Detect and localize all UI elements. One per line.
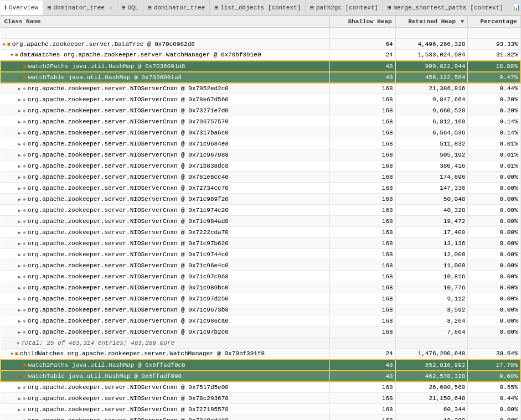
table-row[interactable]: ■watch2Paths java.util.HashMap @ 0x70360… xyxy=(1,61,520,72)
expand-icon[interactable] xyxy=(18,175,21,180)
table-row[interactable]: ◈org.apache.zookeeper.server.NIOServerCn… xyxy=(1,94,520,105)
table-row[interactable]: ◈org.apache.zookeeper.server.NIOServerCn… xyxy=(1,326,520,338)
filter-retained[interactable] xyxy=(395,28,468,39)
expand-icon[interactable] xyxy=(18,219,21,225)
expand-icon[interactable] xyxy=(18,396,21,402)
table-row[interactable]: ◈org.apache.zookeeper.server.NIOServerCn… xyxy=(1,149,520,160)
expand-icon[interactable] xyxy=(18,197,21,203)
expand-icon[interactable] xyxy=(18,241,21,247)
expand-icon[interactable] xyxy=(18,263,21,269)
expand-icon[interactable] xyxy=(18,164,21,169)
expand-icon[interactable] xyxy=(18,131,21,136)
cell-class-name: ◈org.apache.zookeeper.server.NIOServerCn… xyxy=(1,315,329,326)
table-row[interactable]: ◈org.apache.zookeeper.server.NIOServerCn… xyxy=(1,249,520,260)
expand-icon[interactable] xyxy=(19,64,22,70)
tab-p2gc-icon: ⊞ xyxy=(310,4,314,11)
col-header-retained-heap[interactable]: Retained Heap ▼ xyxy=(395,16,468,28)
tab-oql[interactable]: ⊞ OQL xyxy=(117,0,143,15)
col-header-percentage[interactable]: Percentage xyxy=(468,16,520,28)
cell-retained-heap: 10,816 xyxy=(395,271,468,282)
table-row[interactable]: ◈org.apache.zookeeper.server.NIOServerCn… xyxy=(1,160,520,172)
expand-icon[interactable] xyxy=(18,385,21,391)
table-row[interactable]: ◈org.apache.zookeeper.server.NIOServerCn… xyxy=(1,183,520,194)
table-row[interactable]: ◈org.apache.zookeeper.server.NIOServerCn… xyxy=(1,138,520,149)
expand-icon[interactable] xyxy=(18,86,21,92)
table-row[interactable]: ◈org.apache.zookeeper.server.NIOServerCn… xyxy=(1,415,520,421)
table-row[interactable]: ◈org.apache.zookeeper.server.NIOServerCn… xyxy=(1,83,520,94)
expand-icon[interactable] xyxy=(18,319,21,324)
tab-overview[interactable]: ℹ Overview xyxy=(0,1,43,15)
expand-icon[interactable] xyxy=(11,351,13,357)
tab-path2gc[interactable]: ⊞ path2gc [context] xyxy=(306,0,383,15)
table-row[interactable]: ■watchTable java.util.HashMap @ 0x6ffadf… xyxy=(1,371,520,382)
filter-pct[interactable] xyxy=(468,28,520,39)
col-header-class-name[interactable]: Class Name xyxy=(1,16,329,28)
table-row[interactable]: ■watch2Paths java.util.HashMap @ 0x6ffad… xyxy=(1,360,520,371)
expand-icon[interactable] xyxy=(18,108,21,114)
expand-icon[interactable] xyxy=(18,308,21,313)
expand-icon[interactable] xyxy=(18,297,21,302)
expand-icon[interactable] xyxy=(18,286,21,291)
expand-icon[interactable] xyxy=(18,407,21,413)
tab-overview-icon: ℹ xyxy=(4,4,7,11)
table-row[interactable]: ■childWatches org.apache.zookeeper.serve… xyxy=(1,349,520,360)
tab-hist-icon: 📊 xyxy=(513,4,520,11)
cell-retained-heap: 174,696 xyxy=(395,172,468,183)
ref-icon: ◈ xyxy=(23,230,26,236)
table-row[interactable]: ◈org.apache.zookeeper.server.NIOServerCn… xyxy=(1,382,520,393)
table-row[interactable]: ◈org.apache.zookeeper.server.NIOServerCn… xyxy=(1,282,520,293)
table-row[interactable]: ■dataWatches org.apache.zookeeper.server… xyxy=(1,50,520,61)
tab-dt1-close[interactable]: ✕ xyxy=(109,4,112,11)
main-table-container[interactable]: Class Name Shallow Heap Retained Heap ▼ … xyxy=(0,15,521,420)
table-row[interactable]: ◈org.apache.zookeeper.server.NIOServerCn… xyxy=(1,404,520,415)
table-row[interactable]: ◈org.apache.zookeeper.server.NIOServerCn… xyxy=(1,271,520,282)
expand-icon[interactable] xyxy=(18,153,21,158)
expand-icon[interactable] xyxy=(18,142,21,147)
expand-icon[interactable] xyxy=(18,418,21,421)
cell-retained-heap: 17,400 xyxy=(395,227,468,238)
table-row[interactable]: ✕Total: 25 of 463,314 entries; 463,289 m… xyxy=(1,338,520,349)
filter-shallow[interactable] xyxy=(329,28,395,39)
table-row[interactable]: ◈org.apache.zookeeper.server.NIOServerCn… xyxy=(1,393,520,404)
expand-icon[interactable] xyxy=(11,53,13,58)
table-row[interactable]: ◈org.apache.zookeeper.server.NIOServerCn… xyxy=(1,304,520,315)
table-row[interactable]: ◈org.apache.zookeeper.server.NIOServerCn… xyxy=(1,172,520,183)
expand-icon[interactable] xyxy=(18,230,21,236)
table-row[interactable]: ◈org.apache.zookeeper.server.NIOServerCn… xyxy=(1,238,520,249)
table-row[interactable]: ◈org.apache.zookeeper.server.NIOServerCn… xyxy=(1,205,520,216)
expand-icon[interactable] xyxy=(19,75,22,81)
expand-icon[interactable] xyxy=(19,363,22,369)
cell-percentage: 0.01% xyxy=(468,138,520,149)
expand-icon[interactable] xyxy=(18,97,21,103)
table-row[interactable]: ◈org.apache.zookeeper.server.NIOServerCn… xyxy=(1,227,520,238)
expand-icon[interactable] xyxy=(18,208,21,214)
tab-merge-shortest[interactable]: ⊞ merge_shortest_paths [context] xyxy=(383,0,508,15)
table-row[interactable]: ■org.apache.zookeeper.server.DataTree @ … xyxy=(1,39,520,50)
tab-histogram[interactable]: 📊 Histogram xyxy=(508,0,521,15)
cell-percentage: 0.44% xyxy=(468,83,520,94)
table-row[interactable]: ■watchTable java.util.HashMap @ 0x703609… xyxy=(1,72,520,83)
table-row[interactable]: ◈org.apache.zookeeper.server.NIOServerCn… xyxy=(1,127,520,138)
table-row[interactable]: ◈org.apache.zookeeper.server.NIOServerCn… xyxy=(1,105,520,116)
table-row[interactable]: ◈org.apache.zookeeper.server.NIOServerCn… xyxy=(1,194,520,205)
tab-list-objects[interactable]: ⊞ list_objects [context] xyxy=(210,0,306,15)
expand-icon[interactable] xyxy=(18,252,21,258)
expand-icon[interactable] xyxy=(18,274,21,280)
expand-icon[interactable] xyxy=(3,42,6,48)
tab-dominator-tree-2[interactable]: ⊞ dominator_tree xyxy=(143,0,210,15)
ref-icon: ◈ xyxy=(23,196,26,203)
expand-icon[interactable] xyxy=(19,374,22,380)
expand-icon[interactable] xyxy=(18,330,21,335)
tab-dominator-tree-1[interactable]: ⊞ dominator_tree ✕ xyxy=(43,0,117,15)
class-name-text: org.apache.zookeeper.server.NIOServerCnx… xyxy=(28,295,229,302)
table-row[interactable]: ◈org.apache.zookeeper.server.NIOServerCn… xyxy=(1,293,520,304)
filter-class-name[interactable] xyxy=(1,28,329,39)
tab-oql-icon: ⊞ xyxy=(122,4,126,11)
table-row[interactable]: ◈org.apache.zookeeper.server.NIOServerCn… xyxy=(1,260,520,271)
table-row[interactable]: ◈org.apache.zookeeper.server.NIOServerCn… xyxy=(1,216,520,227)
expand-icon[interactable] xyxy=(18,120,21,125)
expand-icon[interactable] xyxy=(18,186,21,191)
col-header-shallow-heap[interactable]: Shallow Heap xyxy=(329,16,395,28)
table-row[interactable]: ◈org.apache.zookeeper.server.NIOServerCn… xyxy=(1,315,520,326)
table-row[interactable]: ◈org.apache.zookeeper.server.NIOServerCn… xyxy=(1,116,520,127)
